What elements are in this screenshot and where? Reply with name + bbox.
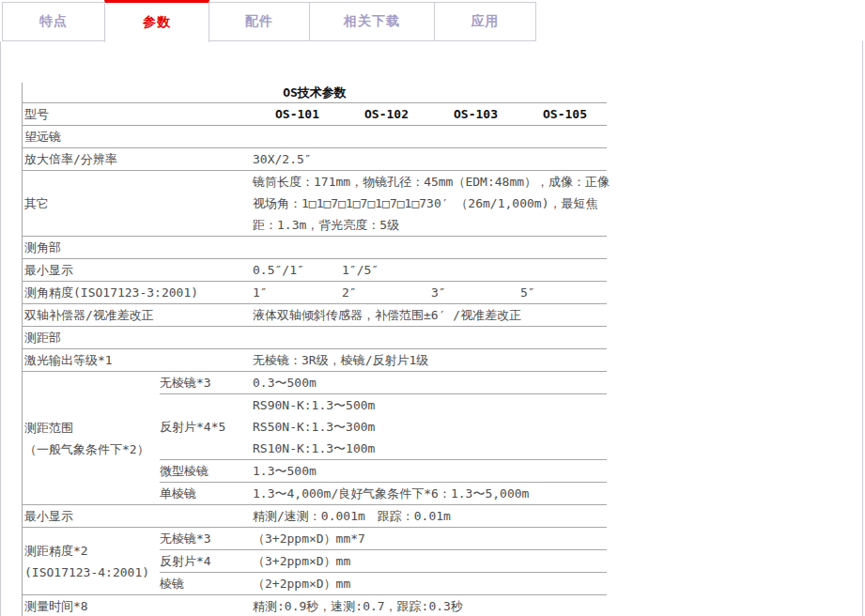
table-row: 望远镜 (23, 126, 607, 148)
table-subrow: 无棱镜*30.3〜500m (160, 372, 607, 394)
row-value-columns: OS-101OS-102OS-103OS-105 (253, 103, 610, 125)
row-value: 30X/2.5″ (253, 148, 607, 170)
subrow-value: （3+2ppm×D）mm*7 (253, 528, 607, 549)
table-row: 最小显示精测/速测：0.001m 跟踪：0.01m (23, 505, 607, 528)
subrow-value: （3+2ppm×D）mm (253, 550, 607, 572)
table-row: 激光输出等级*1无棱镜：3R级，棱镜/反射片1级 (23, 349, 607, 372)
table-subrow: 微型棱镜1.3〜500m (160, 460, 607, 483)
group-label-line: (ISO17123-4:2001) (24, 562, 160, 583)
tab-accessories[interactable]: 配件 (209, 2, 310, 41)
row-value-cell: OS-105 (520, 103, 610, 125)
subrow-value-line: 1.3〜500m (253, 460, 607, 482)
row-label: 激光输出等级*1 (23, 349, 253, 371)
row-value-line: 无棱镜：3R级，棱镜/反射片1级 (253, 349, 607, 371)
subrow-value: （2+2ppm×D）mm (253, 573, 607, 594)
table-title: OS技术参数 (23, 83, 607, 103)
content-panel: OS技术参数 型号OS-101OS-102OS-103OS-105望远镜放大倍率… (0, 40, 863, 616)
row-label: 测距部 (23, 327, 607, 348)
row-value-cell: OS-101 (253, 103, 342, 125)
subrow-value-line: RS50N-K:1.3〜300m (253, 416, 607, 438)
row-label: 望远镜 (23, 126, 607, 147)
subrow-label: 反射片*4*5 (160, 394, 253, 459)
row-value-cell: 1″/5″ (342, 259, 431, 281)
tab-bar: 特点参数配件相关下载应用 (0, 0, 865, 41)
subrow-label: 单棱镜 (160, 483, 253, 504)
row-value: 精测:0.9秒，速测:0.7，跟踪:0.3秒 (253, 595, 607, 616)
row-label: 测角精度(ISO17123-3:2001) (23, 282, 253, 303)
subrow-value: 1.3〜4,000m/良好气象条件下*6：1.3〜5,000m (253, 483, 607, 504)
row-value-cell: 2″ (342, 282, 431, 303)
subrow-value-line: RS10N-K:1.3〜100m (253, 438, 607, 459)
group-label-line: （一般气象条件下*2） (24, 439, 160, 460)
table-row-group: 测距精度*2(ISO17123-4:2001)无棱镜*3（3+2ppm×D）mm… (23, 528, 607, 595)
subrow-value: 0.3〜500m (253, 372, 607, 393)
group-label: 测距精度*2(ISO17123-4:2001) (23, 528, 160, 594)
row-value-cell: OS-103 (431, 103, 520, 125)
row-value-cell: 1″ (253, 282, 342, 303)
table-row: 测角精度(ISO17123-3:2001)1″2″3″5″ (23, 282, 607, 304)
subrow-value-line: （2+2ppm×D）mm (253, 573, 607, 594)
row-value-line: 精测/速测：0.001m 跟踪：0.01m (253, 505, 607, 527)
table-rows: 型号OS-101OS-102OS-103OS-105望远镜放大倍率/分辨率30X… (23, 103, 607, 616)
spec-table: OS技术参数 型号OS-101OS-102OS-103OS-105望远镜放大倍率… (22, 83, 607, 616)
subrow-value-line: 0.3〜500m (253, 372, 607, 393)
subrow-value-line: （3+2ppm×D）mm (253, 550, 607, 572)
subrow-label: 无棱镜*3 (160, 528, 253, 549)
table-row: 放大倍率/分辨率30X/2.5″ (23, 148, 607, 171)
row-value-line: 距：1.3m，背光亮度：5级 (253, 214, 610, 236)
table-subrow: 反射片*4*5RS90N-K:1.3〜500mRS50N-K:1.3〜300mR… (160, 394, 607, 460)
row-value: 液体双轴倾斜传感器，补偿范围±6′ /视准差改正 (253, 304, 607, 326)
row-value: 镜筒长度：171mm，物镜孔径：45mm（EDM:48mm），成像：正像视场角：… (253, 171, 610, 236)
row-label: 最小显示 (23, 259, 253, 281)
group-label: 测距范围（一般气象条件下*2） (23, 372, 160, 504)
row-value-columns: 0.5″/1″1″/5″ (253, 259, 610, 281)
table-subrow: 棱镜（2+2ppm×D）mm (160, 573, 607, 594)
subrow-label: 棱镜 (160, 573, 253, 594)
row-value-line: 视场角：1□1□7□1□7□1□7□1□730′ （26m/1,000m)，最短… (253, 192, 610, 214)
row-label: 型号 (23, 103, 253, 125)
table-row: 双轴补偿器/视准差改正液体双轴倾斜传感器，补偿范围±6′ /视准差改正 (23, 304, 607, 327)
row-label: 其它 (23, 171, 253, 236)
row-value-cell: 5″ (520, 282, 610, 303)
row-label: 放大倍率/分辨率 (23, 148, 253, 170)
row-label: 双轴补偿器/视准差改正 (23, 304, 253, 326)
row-label: 测角部 (23, 237, 607, 258)
table-subrow: 单棱镜1.3〜4,000m/良好气象条件下*6：1.3〜5,000m (160, 483, 607, 504)
subrow-value-line: 1.3〜4,000m/良好气象条件下*6：1.3〜5,000m (253, 483, 607, 504)
row-value-cell: OS-102 (342, 103, 431, 125)
row-value-line: 镜筒长度：171mm，物镜孔径：45mm（EDM:48mm），成像：正像 (253, 171, 610, 192)
table-row: 测量时间*8精测:0.9秒，速测:0.7，跟踪:0.3秒 (23, 595, 607, 616)
tab-parameters[interactable]: 参数 (104, 0, 209, 42)
row-value-line: 液体双轴倾斜传感器，补偿范围±6′ /视准差改正 (253, 304, 607, 326)
row-value: 精测/速测：0.001m 跟踪：0.01m (253, 505, 607, 527)
table-subrow: 反射片*4（3+2ppm×D）mm (160, 550, 607, 573)
table-row: 型号OS-101OS-102OS-103OS-105 (23, 103, 607, 126)
group-subrows: 无棱镜*30.3〜500m反射片*4*5RS90N-K:1.3〜500mRS50… (160, 372, 607, 504)
group-label-line: 测距范围 (24, 417, 160, 439)
table-row: 测距部 (23, 327, 607, 349)
group-subrows: 无棱镜*3（3+2ppm×D）mm*7反射片*4（3+2ppm×D）mm棱镜（2… (160, 528, 607, 594)
row-label: 测量时间*8 (23, 595, 253, 616)
group-label-line: 测距精度*2 (24, 540, 160, 562)
tab-features[interactable]: 特点 (2, 2, 105, 41)
row-label: 最小显示 (23, 505, 253, 527)
subrow-value-line: （3+2ppm×D）mm*7 (253, 528, 607, 549)
page: 特点参数配件相关下载应用 OS技术参数 型号OS-101OS-102OS-103… (0, 0, 865, 616)
subrow-label: 反射片*4 (160, 550, 253, 572)
row-value-columns: 1″2″3″5″ (253, 282, 610, 303)
tab-applications[interactable]: 应用 (434, 2, 536, 41)
subrow-value: RS90N-K:1.3〜500mRS50N-K:1.3〜300mRS10N-K:… (253, 394, 607, 459)
subrow-label: 微型棱镜 (160, 460, 253, 482)
subrow-value: 1.3〜500m (253, 460, 607, 482)
table-row: 其它镜筒长度：171mm，物镜孔径：45mm（EDM:48mm），成像：正像视场… (23, 171, 607, 237)
table-row: 测角部 (23, 237, 607, 259)
subrow-label: 无棱镜*3 (160, 372, 253, 393)
row-value-line: 30X/2.5″ (253, 148, 607, 170)
row-value-line: 精测:0.9秒，速测:0.7，跟踪:0.3秒 (253, 595, 607, 616)
row-value-cell: 0.5″/1″ (253, 259, 342, 281)
table-row-group: 测距范围（一般气象条件下*2）无棱镜*30.3〜500m反射片*4*5RS90N… (23, 372, 607, 505)
table-subrow: 无棱镜*3（3+2ppm×D）mm*7 (160, 528, 607, 550)
tab-downloads[interactable]: 相关下载 (309, 2, 435, 41)
table-row: 最小显示0.5″/1″1″/5″ (23, 259, 607, 282)
subrow-value-line: RS90N-K:1.3〜500m (253, 394, 607, 416)
